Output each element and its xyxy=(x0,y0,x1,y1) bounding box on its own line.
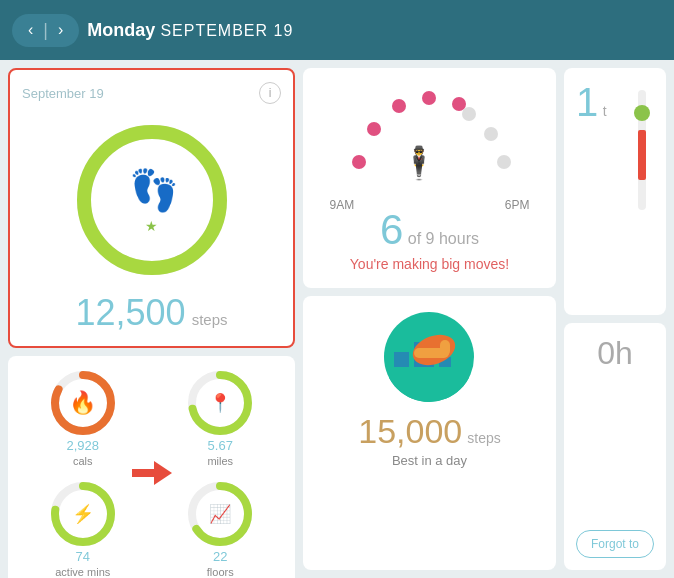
best-steps-unit: steps xyxy=(467,430,500,446)
partial-unit: t xyxy=(603,103,607,119)
trophy-svg xyxy=(384,312,474,402)
middle-column: 🕴 9AM 6PM 6 of 9 hours You're making big… xyxy=(303,68,556,570)
best-day-card: 15,000 steps Best in a day xyxy=(303,296,556,570)
nav-divider: | xyxy=(43,20,48,41)
floors-icon: 📈 xyxy=(209,503,231,525)
right-column: 1 t 0h Forgot to xyxy=(564,68,666,570)
floors-ring: 📈 xyxy=(185,479,255,549)
calories-ring: 🔥 xyxy=(48,368,118,438)
steps-date: September 19 xyxy=(22,86,104,101)
active-hours-of-label: of 9 hours xyxy=(408,230,479,247)
header-date: SEPTEMBER 19 xyxy=(160,22,293,39)
arc-labels: 9AM 6PM xyxy=(329,198,529,212)
steps-card: September 19 i 👣 ★ 12,500 steps xyxy=(8,68,295,348)
slider-thumb xyxy=(634,105,650,121)
floors-metric: 📈 22 floors xyxy=(158,479,284,578)
svg-rect-10 xyxy=(389,367,469,402)
svg-rect-16 xyxy=(440,340,450,356)
miles-label: miles xyxy=(207,455,233,467)
mini-metrics-grid: 🔥 2,928 cals 📍 5.67 miles xyxy=(8,356,295,578)
miles-metric: 📍 5.67 miles xyxy=(158,368,284,467)
arc-dot-gray-3 xyxy=(497,155,511,169)
calories-icon: 🔥 xyxy=(69,390,96,416)
arrow-tail xyxy=(132,469,154,477)
slider-track xyxy=(638,90,646,210)
best-steps-row: 15,000 steps xyxy=(358,412,500,451)
active-hours-info: 6 of 9 hours You're making big moves! xyxy=(350,206,509,272)
header-title: Monday SEPTEMBER 19 xyxy=(87,20,293,41)
miles-ring: 📍 xyxy=(185,368,255,438)
arc-dot-2 xyxy=(367,122,381,136)
active-mins-ring: ⚡ xyxy=(48,479,118,549)
arc-dot-gray-2 xyxy=(484,127,498,141)
oh-label: 0h xyxy=(597,335,633,372)
arrow-head xyxy=(154,461,172,485)
arc-dot-4 xyxy=(422,91,436,105)
stick-figure: 🕴 xyxy=(399,144,439,182)
partial-top-card: 1 t xyxy=(564,68,666,315)
left-column: September 19 i 👣 ★ 12,500 steps xyxy=(8,68,295,570)
steps-ring-inner: 👣 ★ xyxy=(129,167,175,234)
active-mins-icon: ⚡ xyxy=(72,503,94,525)
miles-icon: 📍 xyxy=(209,392,231,414)
forgot-card: 0h Forgot to xyxy=(564,323,666,570)
active-hours-sub: You're making big moves! xyxy=(350,256,509,272)
footprint-icon: 👣 xyxy=(129,167,175,214)
steps-count-row: 12,500 steps xyxy=(76,288,228,334)
arrow-shape xyxy=(132,461,172,485)
forgot-button[interactable]: Forgot to xyxy=(576,530,654,558)
steps-card-header: September 19 i xyxy=(22,82,281,104)
arc-dot-3 xyxy=(392,99,406,113)
arc-container: 🕴 9AM 6PM xyxy=(329,84,529,194)
active-mins-label: active mins xyxy=(55,566,110,578)
best-steps-value: 15,000 xyxy=(358,412,462,451)
main-content: September 19 i 👣 ★ 12,500 steps xyxy=(0,60,674,578)
arc-dot-1 xyxy=(352,155,366,169)
info-icon[interactable]: i xyxy=(259,82,281,104)
miles-value: 5.67 xyxy=(208,438,233,453)
steps-value: 12,500 xyxy=(76,292,186,334)
prev-button[interactable]: ‹ xyxy=(24,21,37,39)
steps-ring-container: 👣 ★ xyxy=(72,120,232,280)
steps-unit: steps xyxy=(192,311,228,328)
arc-end-time: 6PM xyxy=(505,198,530,212)
partial-top-inner: 1 t xyxy=(576,80,654,303)
star-icon: ★ xyxy=(145,218,158,234)
partial-number: 1 xyxy=(576,80,598,124)
arc-svg: 🕴 xyxy=(329,84,529,194)
floors-value: 22 xyxy=(213,549,227,564)
best-day-label: Best in a day xyxy=(392,453,467,468)
red-bar xyxy=(638,130,646,180)
active-mins-metric: ⚡ 74 active mins xyxy=(20,479,146,578)
calories-value: 2,928 xyxy=(66,438,99,453)
header: ‹ | › Monday SEPTEMBER 19 xyxy=(0,0,674,60)
trophy-icon xyxy=(384,312,474,402)
calories-metric: 🔥 2,928 cals xyxy=(20,368,146,467)
arc-dot-5 xyxy=(452,97,466,111)
svg-rect-11 xyxy=(394,352,409,367)
active-mins-value: 74 xyxy=(76,549,90,564)
calories-label: cals xyxy=(73,455,93,467)
active-hours-card: 🕴 9AM 6PM 6 of 9 hours You're making big… xyxy=(303,68,556,288)
header-day: Monday xyxy=(87,20,155,40)
arc-dot-gray-1 xyxy=(462,107,476,121)
floors-label: floors xyxy=(207,566,234,578)
arrow-overlay xyxy=(132,461,172,485)
nav-container: ‹ | › xyxy=(12,14,79,47)
arc-start-time: 9AM xyxy=(329,198,354,212)
active-hours-count: 6 xyxy=(380,206,403,253)
next-button[interactable]: › xyxy=(54,21,67,39)
